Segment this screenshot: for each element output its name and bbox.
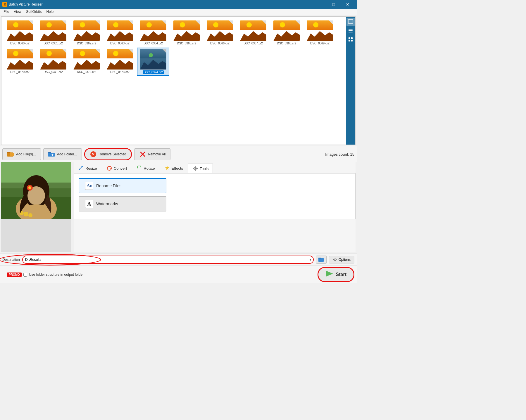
file-item-11[interactable]: DSC_0371.cr2 [37,48,69,76]
tab-rotate[interactable]: Rotate [132,163,159,173]
file-item-6[interactable]: DSC_0366.cr2 [204,19,236,46]
svg-rect-46 [333,259,334,260]
add-files-icon [7,151,14,158]
sidebar-list-icon[interactable] [346,27,355,35]
file-item-7[interactable]: DSC_0367.cr2 [237,19,269,46]
file-name-4: DSC_0364.cr2 [144,42,163,45]
rotate-icon [136,165,142,171]
tab-effects[interactable]: Effects [160,163,188,173]
file-item-5[interactable]: DSC_0365.cr2 [170,19,203,46]
sidebar-grid-icon[interactable] [346,35,355,44]
file-name-3: DSC_0363.cr2 [110,42,130,45]
file-item-12[interactable]: DSC_0372.cr2 [70,48,103,76]
grid-sidebar [346,17,355,145]
svg-point-31 [28,213,32,217]
rename-files-icon: AB [85,182,93,190]
menu-file[interactable]: File [1,9,11,14]
svg-rect-4 [349,32,353,32]
destination-dropdown-icon[interactable]: ▼ [309,258,312,261]
tab-resize-label: Resize [85,166,97,171]
tab-tools[interactable]: Tools [188,164,213,173]
file-item-14[interactable]: DSC_0374.cr2 [137,48,169,76]
tabs-row: Resize Convert [74,162,356,173]
add-files-button[interactable]: Add File(s)... [2,148,41,160]
preview-image [1,162,71,219]
add-folder-button[interactable]: + Add Folder... [43,148,82,160]
file-item-13[interactable]: DSC_0373.cr2 [104,48,136,76]
menu-bar: File View SoftOrbits Help [0,9,357,15]
add-folder-icon: + [48,151,55,158]
app-title: Batch Picture Resizer [9,2,42,6]
close-button[interactable]: ✕ [341,0,354,9]
tab-convert[interactable]: Convert [102,163,132,173]
svg-rect-3 [349,30,353,31]
file-name-2: DSC_0362.cr2 [77,42,96,45]
file-grid: DSC_0360.cr2 DSC_0361.cr2 [1,17,346,145]
start-button[interactable]: Start [318,267,354,282]
file-item-8[interactable]: DSC_0368.cr2 [270,19,303,46]
remove-selected-button[interactable]: ✕ Remove Selected [84,148,132,160]
file-name-10: DSC_0370.cr2 [10,70,30,74]
destination-label: Destination [2,258,20,262]
svg-rect-7 [349,40,350,41]
main-content: DSC_0360.cr2 DSC_0361.cr2 [0,15,357,283]
file-item-1[interactable]: DSC_0361.cr2 [37,19,69,46]
file-name-12: DSC_0372.cr2 [77,70,96,74]
svg-rect-0 [348,20,353,23]
svg-point-30 [24,212,28,216]
file-name-11: DSC_0371.cr2 [44,70,63,74]
file-item-10[interactable]: DSC_0370.cr2 [4,48,36,76]
svg-rect-41 [318,258,324,262]
file-name-1: DSC_0361.cr2 [44,42,63,45]
minimize-button[interactable]: — [313,0,326,9]
folder-structure-checkbox[interactable] [23,273,27,277]
browse-button[interactable] [316,256,327,264]
rename-files-button[interactable]: AB Rename Files [79,178,166,193]
menu-help[interactable]: Help [44,9,56,14]
folder-structure-label[interactable]: Use folder structure in output folder [29,273,84,277]
remove-selected-icon: ✕ [90,151,97,158]
file-name-5: DSC_0365.cr2 [177,42,196,45]
file-item-0[interactable]: DSC_0360.cr2 [4,19,36,46]
svg-rect-39 [193,168,194,169]
destination-input[interactable] [22,256,314,264]
maximize-button[interactable]: □ [327,0,340,9]
svg-rect-12 [10,152,11,153]
menu-softorbits[interactable]: SoftOrbits [24,9,44,14]
checkbox-row: PROMO Use folder structure in output fol… [2,271,86,278]
watermarks-label: Watermarks [96,202,118,206]
watermarks-button[interactable]: A Watermarks [79,196,166,211]
svg-rect-42 [318,258,321,258]
remove-all-button[interactable]: Remove All [134,148,171,160]
rename-files-label: Rename Files [96,183,121,188]
file-name-7: DSC_0367.cr2 [244,42,263,45]
svg-rect-5 [349,37,350,39]
tab-effects-label: Effects [172,166,183,171]
destination-bar: Destination ▼ Options [0,254,357,265]
file-item-2[interactable]: DSC_0362.cr2 [70,19,103,46]
options-label: Options [339,258,351,262]
svg-rect-6 [351,37,353,39]
preview-panel [1,162,71,252]
tab-resize[interactable]: Resize [74,163,101,173]
svg-point-43 [334,259,336,261]
file-name-0: DSC_0360.cr2 [10,42,30,45]
file-item-9[interactable]: DSC_0369.cr2 [304,19,336,46]
resize-icon [78,165,84,171]
svg-rect-37 [195,166,196,167]
menu-view[interactable]: View [11,9,24,14]
svg-marker-48 [326,271,333,277]
images-count: Images count: 15 [325,152,354,157]
svg-text:✕: ✕ [92,152,95,157]
remove-all-icon [139,151,146,158]
tools-icon [192,166,198,171]
svg-rect-1 [348,23,353,24]
convert-icon [106,165,112,171]
sidebar-preview-icon[interactable] [346,18,355,26]
effects-icon [164,165,170,171]
file-item-4[interactable]: DSC_0364.cr2 [137,19,169,46]
svg-rect-2 [349,29,353,29]
file-item-3[interactable]: DSC_0363.cr2 [104,19,136,46]
options-button[interactable]: Options [329,256,354,263]
add-folder-label: Add Folder... [57,152,77,156]
